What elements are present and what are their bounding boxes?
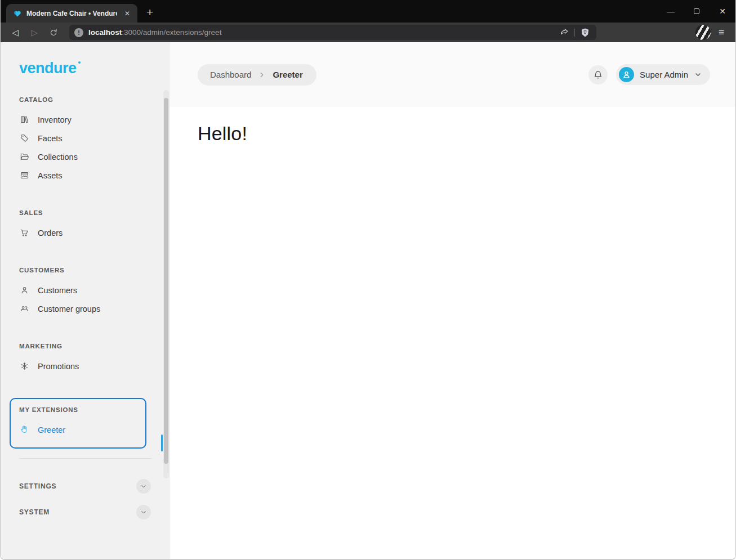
breadcrumb-dashboard-link[interactable]: Dashboard [210,70,251,79]
sidebar-item-promotions[interactable]: Promotions [1,357,170,375]
hand-icon [20,425,29,434]
close-icon: ✕ [719,7,726,15]
browser-window: Modern Cafe Chair • Vendure ✕ + — ✕ ◁ ▷ … [0,0,736,560]
address-bar[interactable]: ! localhost:3000/admin/extensions/greet [69,25,596,40]
forward-icon: ▷ [31,28,38,38]
sidebar-item-label: Assets [38,171,63,180]
vendure-logo-text: vendure [19,60,77,77]
sidebar-item-label: Collections [38,153,78,162]
browser-toolbar: ◁ ▷ ! localhost:3000/admin/extensions/gr… [1,23,735,42]
sidebar-scrollbar-thumb[interactable] [164,98,168,464]
main-area: Dashboard Greeter [170,42,735,559]
system-expand-button[interactable] [136,505,151,519]
minimize-icon: — [667,7,675,15]
section-title-marketing: MARKETING [1,343,170,350]
section-title-catalog: CATALOG [1,96,170,103]
section-title-settings: SETTINGS [19,482,56,490]
sidebar-item-label: Customer groups [38,304,100,313]
back-button[interactable]: ◁ [7,25,23,40]
section-title-customers: CUSTOMERS [1,267,170,274]
reload-button[interactable] [46,25,61,40]
browser-menu-button[interactable]: ≡ [714,26,729,38]
sidebar-section-marketing: MARKETING Promotions [1,343,170,375]
logo-trademark-dot [78,61,81,64]
address-bar-actions [559,27,591,38]
sidebar-section-catalog: CATALOG Inventory Facets [1,96,170,185]
url-text: localhost:3000/admin/extensions/greet [88,28,554,37]
maximize-button[interactable] [684,0,710,23]
back-icon: ◁ [12,28,19,38]
section-title-sales: SALES [1,209,170,216]
maximize-icon [694,8,699,14]
share-button[interactable] [559,27,570,38]
minimize-button[interactable]: — [658,0,684,23]
window-controls: — ✕ [658,0,735,23]
breadcrumb: Dashboard Greeter [198,64,316,86]
sidebar-item-facets[interactable]: Facets [1,129,170,147]
sidebar-item-label: Customers [38,286,77,295]
sidebar-item-assets[interactable]: Assets [1,166,170,185]
vendure-logo[interactable]: vendure [19,60,77,76]
forward-button[interactable]: ▷ [26,25,42,40]
browser-tab[interactable]: Modern Cafe Chair • Vendure ✕ [6,4,137,23]
user-menu-button[interactable]: Super Admin [616,64,710,85]
vendure-admin-app: vendure CATALOG Inventory Facets [1,42,735,559]
sidebar-section-customers: CUSTOMERS Customers Customer groups [1,267,170,318]
share-icon [559,28,569,38]
users-icon [20,304,29,313]
user-name: Super Admin [640,70,688,79]
bell-icon [593,70,603,80]
brave-shields-button[interactable] [579,27,591,38]
avatar [619,67,634,82]
sidebar-item-customers[interactable]: Customers [1,281,170,299]
folder-icon [20,152,29,162]
brave-shield-icon [580,28,590,38]
tab-title: Modern Cafe Chair • Vendure [26,10,117,17]
browser-profile-avatar[interactable] [695,25,711,40]
sidebar-item-inventory[interactable]: Inventory [1,110,170,129]
section-title-system: SYSTEM [19,508,50,516]
tag-icon [20,133,29,143]
sidebar-item-greeter[interactable]: Greeter [11,420,145,439]
notifications-button[interactable] [588,65,608,84]
main-header: Dashboard Greeter [170,42,735,107]
header-actions: Super Admin [588,64,710,85]
sidebar-divider [19,458,151,459]
settings-expand-button[interactable] [136,479,151,494]
tab-close-icon[interactable]: ✕ [122,8,133,19]
url-path: :3000/admin/extensions/greet [122,28,221,37]
asterisk-icon [20,361,29,371]
sidebar-item-customer-groups[interactable]: Customer groups [1,299,170,318]
sidebar-item-label: Facets [38,134,63,143]
url-host: localhost [88,28,122,37]
breadcrumb-current: Greeter [273,70,302,79]
page-content: Hello! [170,107,735,559]
vendure-favicon-heart-icon [13,9,22,18]
sidebar-item-label: Greeter [38,425,65,434]
sidebar-scrollbar-track[interactable] [163,90,169,478]
active-item-indicator [161,434,163,451]
library-icon [20,115,29,124]
close-button[interactable]: ✕ [710,0,735,23]
sidebar-section-system[interactable]: SYSTEM [1,499,170,525]
sidebar-section-settings[interactable]: SETTINGS [1,473,170,499]
reload-icon [49,28,58,37]
toolbar-separator [574,29,575,37]
sidebar-item-orders[interactable]: Orders [1,223,170,242]
page-title: Hello! [198,123,735,145]
chevron-down-icon [140,508,148,516]
image-icon [20,171,29,180]
chevron-down-icon [694,70,702,79]
sidebar: vendure CATALOG Inventory Facets [1,42,170,559]
site-info-icon[interactable]: ! [74,28,83,37]
chevron-right-icon [258,71,266,79]
new-tab-button[interactable]: + [146,6,153,18]
sidebar-section-sales: SALES Orders [1,209,170,242]
sidebar-item-label: Promotions [38,362,79,371]
user-icon [20,285,29,295]
section-title-my-extensions: MY EXTENSIONS [11,406,145,413]
chevron-down-icon [140,482,148,490]
sidebar-item-label: Inventory [38,115,72,124]
sidebar-section-my-extensions-highlight: MY EXTENSIONS Greeter [10,398,146,449]
sidebar-item-collections[interactable]: Collections [1,147,170,166]
